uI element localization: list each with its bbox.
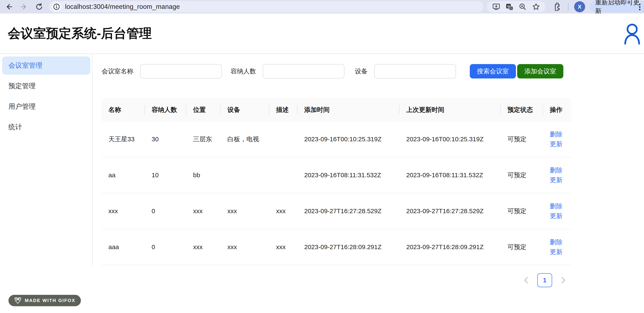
status-cell: 可预定 — [501, 121, 543, 157]
updated-cell: 2023-09-16T08:11:31.532Z — [400, 157, 501, 193]
status-cell: 可预定 — [501, 229, 543, 265]
capacity-input[interactable] — [263, 64, 344, 78]
browser-menu-icon[interactable] — [639, 3, 640, 10]
update-link[interactable]: 更新 — [550, 139, 571, 149]
delete-link[interactable]: 删除 — [550, 129, 571, 139]
equipment-label: 设备 — [355, 67, 368, 76]
room-name-label: 会议室名称 — [102, 67, 133, 76]
created-cell: 2023-09-27T16:27:28.529Z — [298, 193, 400, 229]
status-cell: 可预定 — [501, 157, 543, 193]
updated-cell: 2023-09-27T16:27:28.529Z — [400, 193, 501, 229]
back-icon[interactable] — [5, 3, 12, 10]
updated-cell: 2023-09-16T00:10:25.319Z — [400, 121, 501, 157]
translate-icon[interactable]: G 文 — [506, 3, 514, 10]
reload-icon[interactable] — [35, 3, 43, 10]
update-link[interactable]: 更新 — [550, 211, 571, 221]
main-content: 会议室名称 容纳人数 设备 搜索会议室 添加会议室 名称容纳人数位置设备描述添加… — [93, 54, 644, 287]
description-cell: xxx — [269, 229, 298, 265]
equipment-cell: 白板，电视 — [220, 121, 269, 157]
page-number-button[interactable]: 1 — [537, 273, 552, 287]
site-info-icon[interactable] — [52, 2, 61, 11]
table-row: aaa0xxxxxxxxx2023-09-27T16:28:09.291Z202… — [102, 229, 571, 265]
location-cell: 三层东 — [186, 121, 220, 157]
equipment-cell: xxx — [220, 193, 269, 229]
column-header: 名称 — [102, 98, 145, 121]
install-icon[interactable] — [492, 3, 500, 10]
equipment-cell — [220, 157, 269, 193]
sidebar: 会议室管理预定管理用户管理统计 — [0, 54, 93, 266]
column-header: 操作 — [543, 98, 571, 121]
created-cell: 2023-09-16T00:10:25.319Z — [298, 121, 400, 157]
add-room-button[interactable]: 添加会议室 — [517, 64, 563, 78]
created-cell: 2023-09-16T08:11:31.532Z — [298, 157, 400, 193]
gifox-badge[interactable]: MADE WITH GIFOX — [8, 295, 81, 306]
capacity-cell: 10 — [145, 157, 186, 193]
column-header: 位置 — [186, 98, 220, 121]
equipment-input[interactable] — [374, 64, 456, 78]
app-header: 会议室预定系统-后台管理 — [0, 13, 644, 54]
gifox-badge-label: MADE WITH GIFOX — [25, 298, 75, 303]
location-cell: xxx — [186, 193, 220, 229]
update-link[interactable]: 更新 — [550, 175, 571, 185]
forward-icon[interactable] — [20, 3, 28, 10]
address-bar[interactable]: localhost:3004/meeting_room_manage — [49, 1, 483, 12]
next-page-icon[interactable] — [561, 277, 566, 284]
search-form: 会议室名称 容纳人数 设备 搜索会议室 添加会议室 — [102, 64, 644, 79]
actions-cell: 删除更新 — [543, 193, 571, 229]
actions-cell: 删除更新 — [543, 157, 571, 193]
bookmark-star-icon[interactable] — [532, 3, 540, 10]
table-header-row: 名称容纳人数位置设备描述添加时间上次更新时间预定状态操作 — [102, 98, 571, 121]
column-header: 描述 — [269, 98, 298, 121]
search-room-button[interactable]: 搜索会议室 — [470, 64, 516, 78]
capacity-cell: 0 — [145, 193, 186, 229]
column-header: 上次更新时间 — [400, 98, 501, 121]
created-cell: 2023-09-27T16:28:09.291Z — [298, 229, 400, 265]
restart-update-button[interactable]: 重新启动即可更新 — [590, 1, 644, 12]
description-cell — [269, 157, 298, 193]
restart-update-label: 重新启动即可更新 — [595, 0, 644, 15]
location-cell: bb — [186, 157, 220, 193]
delete-link[interactable]: 删除 — [550, 201, 571, 211]
name-cell: xxx — [102, 193, 145, 229]
sidebar-item[interactable]: 会议室管理 — [2, 56, 90, 75]
name-cell: aaa — [102, 229, 145, 265]
room-name-input[interactable] — [140, 64, 222, 78]
gifox-fox-icon — [14, 297, 22, 304]
capacity-cell: 30 — [145, 121, 186, 157]
pagination: 1 — [102, 273, 571, 287]
avatar-letter: X — [578, 3, 581, 10]
sidebar-item[interactable]: 预定管理 — [2, 77, 90, 95]
table-row: aa10bb2023-09-16T08:11:31.532Z2023-09-16… — [102, 157, 571, 193]
delete-link[interactable]: 删除 — [550, 165, 571, 175]
prev-page-icon[interactable] — [524, 277, 528, 284]
description-cell — [269, 121, 298, 157]
table-row: xxx0xxxxxxxxx2023-09-27T16:27:28.529Z202… — [102, 193, 571, 229]
column-header: 添加时间 — [298, 98, 400, 121]
updated-cell: 2023-09-27T16:28:09.291Z — [400, 229, 501, 265]
capacity-label: 容纳人数 — [230, 67, 256, 76]
column-header: 设备 — [220, 98, 269, 121]
meeting-room-table: 名称容纳人数位置设备描述添加时间上次更新时间预定状态操作 天王星3330三层东白… — [102, 98, 571, 265]
update-link[interactable]: 更新 — [550, 247, 571, 257]
zoom-icon[interactable] — [519, 3, 526, 10]
location-cell: xxx — [186, 229, 220, 265]
actions-cell: 删除更新 — [543, 121, 571, 157]
browser-toolbar: localhost:3004/meeting_room_manage G 文 X — [0, 0, 644, 13]
capacity-cell: 0 — [145, 229, 186, 265]
status-cell: 可预定 — [501, 193, 543, 229]
user-avatar-icon[interactable] — [624, 23, 640, 45]
toolbar-chip-group: G 文 — [487, 1, 545, 12]
delete-link[interactable]: 删除 — [550, 237, 571, 247]
sidebar-item[interactable]: 用户管理 — [2, 97, 90, 116]
svg-text:文: 文 — [510, 7, 512, 9]
toolbar-divider — [568, 3, 568, 10]
equipment-cell: xxx — [220, 229, 269, 265]
name-cell: aa — [102, 157, 145, 193]
browser-profile-avatar[interactable]: X — [574, 1, 585, 12]
description-cell: xxx — [269, 193, 298, 229]
name-cell: 天王星33 — [102, 121, 145, 157]
sidebar-item[interactable]: 统计 — [2, 118, 90, 136]
page-title: 会议室预定系统-后台管理 — [8, 25, 152, 42]
table-row: 天王星3330三层东白板，电视2023-09-16T00:10:25.319Z2… — [102, 121, 571, 157]
extensions-icon[interactable] — [553, 2, 562, 11]
